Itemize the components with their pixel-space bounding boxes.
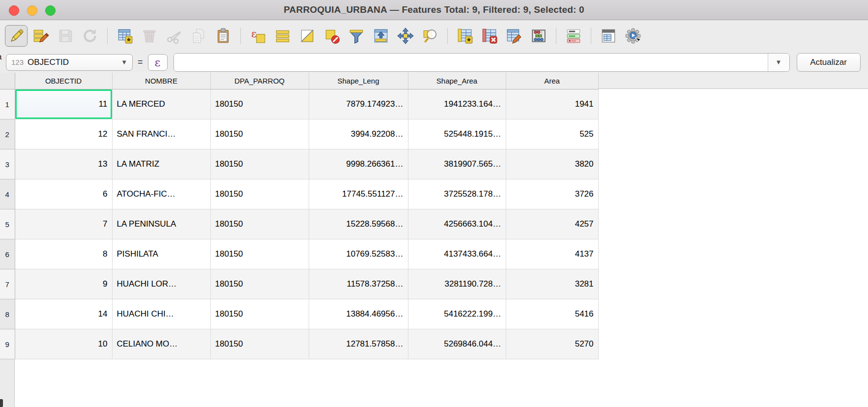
row-number[interactable]: 9 [0,329,15,359]
cell-area[interactable]: 4137 [506,239,598,269]
row-number[interactable]: 2 [0,119,15,149]
cell-shape-leng[interactable]: 13884.46956… [309,299,408,329]
expression-history-dropdown[interactable]: ▼ [768,54,789,71]
cell-shape-leng[interactable]: 9998.266361… [309,149,408,179]
cell-nombre[interactable]: ATOCHA-FIC… [112,179,210,209]
cell-area[interactable]: 3820 [506,149,598,179]
deselect-all-button[interactable] [320,25,343,47]
field-selector-dropdown[interactable]: 123 OBJECTID ▼ [6,54,133,71]
column-header-area[interactable]: Area [506,73,598,89]
zoom-button[interactable] [45,5,56,16]
column-header-shape-area[interactable]: Shape_Area [408,73,506,89]
column-header-nombre[interactable]: NOMBRE [112,73,210,89]
conditional-formatting-button[interactable] [562,25,585,47]
cell-shape-area[interactable]: 4256663.104… [408,209,506,239]
select-by-expression-button[interactable]: ε [247,25,269,47]
actions-button[interactable] [622,25,644,47]
cell-nombre[interactable]: HUACHI LOR… [112,269,210,299]
cell-shape-leng[interactable]: 12781.57858… [309,329,408,359]
cell-shape-area[interactable]: 3819907.565… [408,149,506,179]
move-selection-top-button[interactable] [370,25,392,47]
cell-nombre[interactable]: CELIANO MO… [112,329,210,359]
expression-input[interactable] [174,54,768,71]
cell-area[interactable]: 3726 [506,179,598,209]
cell-shape-leng[interactable]: 7879.174923… [309,89,408,119]
cell-area[interactable]: 5270 [506,329,598,359]
minimize-button[interactable] [27,5,37,16]
cell-nombre[interactable]: HUACHI CHI… [112,299,210,329]
cell-objectid[interactable]: 8 [15,239,112,269]
new-field-button[interactable] [454,25,476,47]
cell-shape-area[interactable]: 3281190.728… [408,269,506,299]
cut-button[interactable] [163,25,185,47]
cell-nombre[interactable]: SAN FRANCI… [112,119,210,149]
paste-button[interactable] [212,25,234,47]
cell-shape-area[interactable]: 525448.1915… [408,119,506,149]
column-header-dpa-parroq[interactable]: DPA_PARROQ [210,73,309,89]
toggle-editing-button[interactable] [5,25,28,47]
row-number[interactable]: 1 [0,89,15,119]
cell-shape-leng[interactable]: 17745.551127… [309,179,408,209]
close-button[interactable] [9,5,19,16]
filter-button[interactable] [345,25,368,47]
cell-dpa-parroq[interactable]: 180150 [210,209,309,239]
reload-button[interactable] [79,25,101,47]
cell-shape-leng[interactable]: 3994.92208… [309,119,408,149]
dock-table-button[interactable] [597,25,620,47]
cell-dpa-parroq[interactable]: 180150 [210,89,309,119]
cell-objectid[interactable]: 9 [15,269,112,299]
field-calculator-button[interactable] [527,25,550,47]
cell-shape-leng[interactable]: 15228.59568… [309,209,408,239]
cell-area[interactable]: 4257 [506,209,598,239]
expression-builder-button[interactable]: ε [148,54,168,71]
cell-objectid[interactable]: 7 [15,209,112,239]
cell-dpa-parroq[interactable]: 180150 [210,179,309,209]
row-number[interactable]: 4 [0,179,15,209]
delete-selected-button[interactable] [138,25,161,47]
cell-area[interactable]: 1941 [506,89,598,119]
cell-area[interactable]: 3281 [506,269,598,299]
row-number[interactable]: 5 [0,209,15,239]
row-number[interactable]: 6 [0,239,15,269]
cell-dpa-parroq[interactable]: 180150 [210,329,309,359]
cell-shape-area[interactable]: 3725528.178… [408,179,506,209]
column-header-objectid[interactable]: OBJECTID [15,73,112,89]
cell-shape-leng[interactable]: 11578.37258… [309,269,408,299]
column-header-shape-leng[interactable]: Shape_Leng [309,73,408,89]
cell-nombre[interactable]: LA PENINSULA [112,209,210,239]
cell-dpa-parroq[interactable]: 180150 [210,269,309,299]
edit-field-button[interactable] [503,25,525,47]
cell-shape-area[interactable]: 5416222.199… [408,299,506,329]
invert-selection-button[interactable] [296,25,318,47]
cell-dpa-parroq[interactable]: 180150 [210,299,309,329]
add-feature-button[interactable] [114,25,136,47]
row-number[interactable]: 8 [0,299,15,329]
cell-shape-area[interactable]: 4137433.664… [408,239,506,269]
save-edits-button[interactable] [54,25,77,47]
cell-objectid[interactable]: 6 [15,179,112,209]
cell-shape-area[interactable]: 1941233.164… [408,89,506,119]
delete-field-button[interactable] [478,25,501,47]
cell-nombre[interactable]: PISHILATA [112,239,210,269]
pan-to-selection-button[interactable] [394,25,417,47]
cell-objectid[interactable]: 14 [15,299,112,329]
cell-objectid[interactable]: 10 [15,329,112,359]
row-number[interactable]: 7 [0,269,15,299]
cell-area[interactable]: 5416 [506,299,598,329]
cell-objectid[interactable]: 11 [15,89,112,119]
update-button[interactable]: Actualizar [797,53,861,72]
row-number[interactable]: 3 [0,149,15,179]
cell-shape-area[interactable]: 5269846.044… [408,329,506,359]
cell-dpa-parroq[interactable]: 180150 [210,119,309,149]
cell-dpa-parroq[interactable]: 180150 [210,239,309,269]
cell-nombre[interactable]: LA MERCED [112,89,210,119]
cell-area[interactable]: 525 [506,119,598,149]
cell-shape-leng[interactable]: 10769.52583… [309,239,408,269]
zoom-to-selection-button[interactable] [419,25,441,47]
multiedit-button[interactable] [29,25,52,47]
cell-objectid[interactable]: 12 [15,119,112,149]
cell-objectid[interactable]: 13 [15,149,112,179]
select-all-button[interactable] [271,25,294,47]
cell-nombre[interactable]: LA MATRIZ [112,149,210,179]
cell-dpa-parroq[interactable]: 180150 [210,149,309,179]
